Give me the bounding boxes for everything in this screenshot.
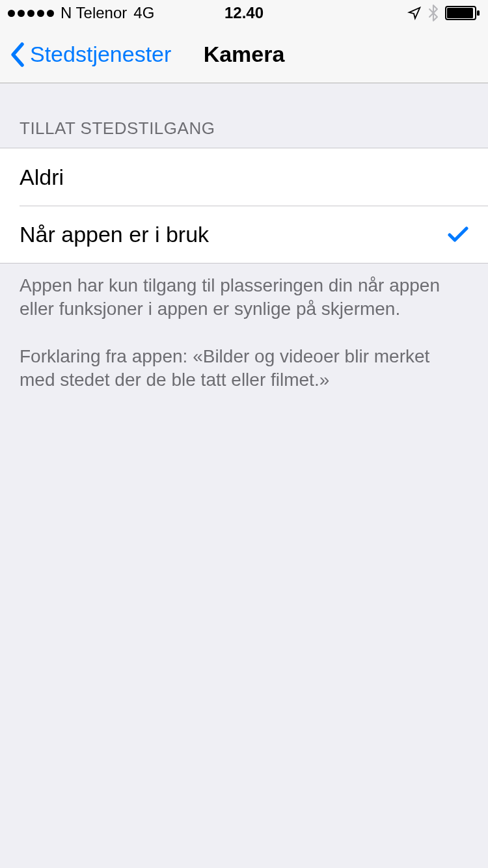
option-never[interactable]: Aldri [0, 148, 488, 206]
option-label: Når appen er i bruk [20, 222, 209, 247]
footer-line-1: Appen har kun tilgang til plasseringen d… [20, 274, 468, 321]
status-left: N Telenor 4G [8, 4, 154, 22]
footer-line-2: Forklaring fra appen: «Bilder og videoer… [20, 345, 468, 392]
checkmark-icon [448, 225, 468, 243]
option-while-using[interactable]: Når appen er i bruk [0, 206, 488, 263]
svg-rect-2 [477, 10, 480, 16]
chevron-left-icon [9, 42, 25, 68]
option-label: Aldri [20, 165, 64, 190]
footer-description: Appen har kun tilgang til plasseringen d… [0, 264, 488, 392]
network-type: 4G [133, 4, 154, 22]
battery-icon [445, 6, 480, 20]
clock: 12.40 [224, 4, 264, 22]
navigation-bar: Stedstjenester Kamera [0, 26, 488, 83]
section-header: TILLAT STEDSTILGANG [0, 83, 488, 148]
bluetooth-icon [428, 5, 439, 21]
signal-strength-icon [8, 10, 54, 17]
page-title: Kamera [204, 42, 285, 67]
location-services-icon [407, 6, 422, 20]
back-label: Stedstjenester [30, 42, 171, 67]
back-button[interactable]: Stedstjenester [0, 42, 171, 68]
carrier-label: N Telenor [61, 4, 127, 22]
permission-list: Aldri Når appen er i bruk [0, 148, 488, 264]
status-bar: N Telenor 4G 12.40 [0, 0, 488, 26]
status-right [407, 5, 480, 21]
svg-rect-1 [447, 8, 473, 18]
